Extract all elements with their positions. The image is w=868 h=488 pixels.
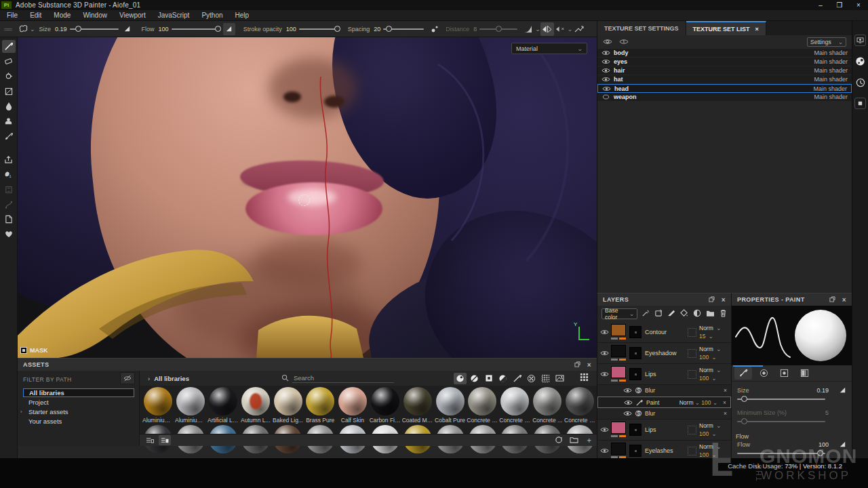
- effect-visibility-eye-icon[interactable]: [624, 399, 633, 406]
- texture-set-shader[interactable]: Main shader: [814, 76, 848, 83]
- show-active-texture-set-icon[interactable]: [619, 36, 629, 48]
- distance-slider[interactable]: [479, 28, 517, 30]
- shader-mode-dropdown[interactable]: Material ⌄: [511, 43, 587, 54]
- flow-slider[interactable]: [172, 28, 220, 30]
- textures-filter-icon[interactable]: [539, 373, 552, 384]
- environments-filter-icon[interactable]: [553, 373, 566, 384]
- prop-flow-value[interactable]: 100: [818, 441, 829, 448]
- clone-tool-icon[interactable]: [2, 115, 16, 127]
- effect-name[interactable]: Blur: [645, 410, 720, 417]
- falloff-curve-icon[interactable]: [521, 22, 535, 36]
- dynamic-strokes-icon[interactable]: [2, 183, 16, 196]
- tree-item-your-assets[interactable]: Your assets: [23, 417, 134, 426]
- size-value[interactable]: 0.19: [55, 26, 67, 33]
- layer-mask-thumbnail[interactable]: [629, 368, 642, 380]
- material-card[interactable]: Autumn L...: [240, 387, 271, 424]
- material-card[interactable]: Concrete ...: [532, 387, 563, 424]
- layer-mask-thumbnail[interactable]: [629, 326, 642, 338]
- add-fill-layer-icon[interactable]: [680, 308, 688, 320]
- layer-name[interactable]: Eyelashes: [645, 447, 688, 454]
- size-slider[interactable]: [70, 28, 119, 30]
- add-folder-icon[interactable]: [706, 308, 715, 320]
- layer-visibility-eye-icon[interactable]: [597, 329, 611, 336]
- properties-popout-icon[interactable]: [829, 296, 835, 304]
- spacing-slider[interactable]: [383, 28, 424, 30]
- import-folder-icon[interactable]: [570, 436, 578, 445]
- texture-set-settings-dropdown[interactable]: Settings ⌄: [807, 37, 846, 47]
- material-card[interactable]: Cobalt Pure: [435, 387, 466, 424]
- menu-help[interactable]: Help: [235, 12, 250, 19]
- maximize-button[interactable]: ❒: [830, 0, 849, 10]
- minimize-button[interactable]: –: [811, 0, 830, 10]
- material-card[interactable]: Aluminium...: [142, 387, 174, 424]
- effect-visibility-eye-icon[interactable]: [623, 387, 632, 394]
- grid-view-icon[interactable]: [580, 372, 589, 384]
- size-pressure-button[interactable]: [121, 23, 134, 35]
- effect-row-blur[interactable]: ⓈBlur×: [597, 408, 731, 420]
- layer-visibility-eye-icon[interactable]: [597, 447, 611, 454]
- paint-tool-icon[interactable]: [2, 40, 16, 53]
- layer-name[interactable]: Eyeshadow: [645, 350, 688, 357]
- tree-item-all-libraries[interactable]: All libraries: [23, 388, 134, 397]
- texture-set-row-head[interactable]: headMain shader: [597, 84, 852, 93]
- effect-visibility-eye-icon[interactable]: [623, 410, 632, 417]
- delete-layer-icon[interactable]: [719, 308, 727, 320]
- assets-close-icon[interactable]: ×: [587, 361, 591, 369]
- prop-flow-pressure-icon[interactable]: [839, 441, 846, 449]
- visibility-off-icon[interactable]: [601, 94, 610, 100]
- polygon-fill-tool-icon[interactable]: [2, 85, 16, 98]
- visibility-eye-icon[interactable]: [602, 85, 611, 92]
- menu-file[interactable]: File: [7, 12, 18, 19]
- layer-thumbnail[interactable]: [611, 366, 627, 382]
- bake-textures-icon[interactable]: [2, 213, 16, 226]
- add-asset-icon[interactable]: ＋: [585, 435, 593, 445]
- flow-pressure-button[interactable]: [223, 23, 235, 35]
- texture-set-row-hair[interactable]: hairMain shader: [597, 66, 852, 75]
- layer-visibility-eye-icon[interactable]: [597, 426, 611, 433]
- filters-filter-icon[interactable]: [496, 373, 509, 384]
- smudge-tool-icon[interactable]: [2, 100, 16, 113]
- alphas-filter-icon[interactable]: [525, 373, 538, 384]
- layer-thumbnail[interactable]: [611, 345, 627, 361]
- layer-blend-opacity[interactable]: Norm ⌄15 ⌄: [699, 325, 729, 340]
- layer-blend-opacity[interactable]: Norm ⌄100 ⌄: [699, 367, 729, 382]
- prop-flow-slider[interactable]: [737, 453, 825, 454]
- menu-viewport[interactable]: Viewport: [119, 12, 146, 19]
- path-tool-icon[interactable]: [2, 198, 16, 211]
- effect-name[interactable]: Paint: [646, 399, 676, 406]
- layers-close-icon[interactable]: ×: [722, 296, 726, 304]
- layer-mask-thumbnail[interactable]: [629, 347, 642, 359]
- material-card[interactable]: Baked Lig...: [273, 387, 304, 424]
- tree-item-project[interactable]: Project: [23, 398, 134, 407]
- eraser-tool-icon[interactable]: [2, 55, 16, 68]
- stroke-opacity-value[interactable]: 100: [286, 26, 296, 33]
- layer-thumbnail[interactable]: [611, 443, 627, 458]
- material-card[interactable]: Concrete B...: [467, 387, 498, 424]
- layer-blend-opacity[interactable]: Norm ⌄100 ⌄: [699, 422, 729, 437]
- material-card[interactable]: Concrete C...: [499, 387, 530, 424]
- prop-size-slider[interactable]: [737, 399, 825, 400]
- scatter-icon[interactable]: [428, 22, 441, 36]
- tab-texture-set-list[interactable]: TEXTURE SET LIST×: [686, 21, 766, 35]
- menu-window[interactable]: Window: [83, 12, 107, 19]
- visibility-eye-icon[interactable]: [601, 58, 610, 65]
- texture-set-icon[interactable]: [854, 98, 866, 109]
- geometry-mask-icon[interactable]: [2, 228, 16, 241]
- spacing-value[interactable]: 20: [374, 26, 380, 33]
- texture-set-shader[interactable]: Main shader: [814, 58, 848, 65]
- search-input[interactable]: [292, 373, 394, 383]
- menu-javascript[interactable]: JavaScript: [158, 12, 190, 19]
- tab-texture-set-settings[interactable]: TEXTURE SET SETTINGS: [597, 21, 686, 35]
- texture-set-row-body[interactable]: bodyMain shader: [597, 49, 852, 58]
- add-effect-icon[interactable]: [642, 308, 650, 320]
- tab-gradient-icon[interactable]: [795, 367, 813, 380]
- layer-row-lips[interactable]: LipsNorm ⌄100 ⌄: [597, 420, 731, 441]
- layer-visibility-eye-icon[interactable]: [597, 350, 611, 357]
- prop-size-pressure-icon[interactable]: [839, 386, 846, 395]
- visibility-eye-icon[interactable]: [601, 76, 610, 83]
- effect-blend-opacity[interactable]: Norm ⌄ 100 ⌄: [679, 399, 717, 406]
- lazy-mouse-icon[interactable]: [572, 22, 586, 36]
- materials-filter-icon[interactable]: [454, 373, 467, 384]
- layer-visibility-eye-icon[interactable]: [597, 371, 611, 378]
- material-card[interactable]: Aluminium...: [175, 387, 206, 424]
